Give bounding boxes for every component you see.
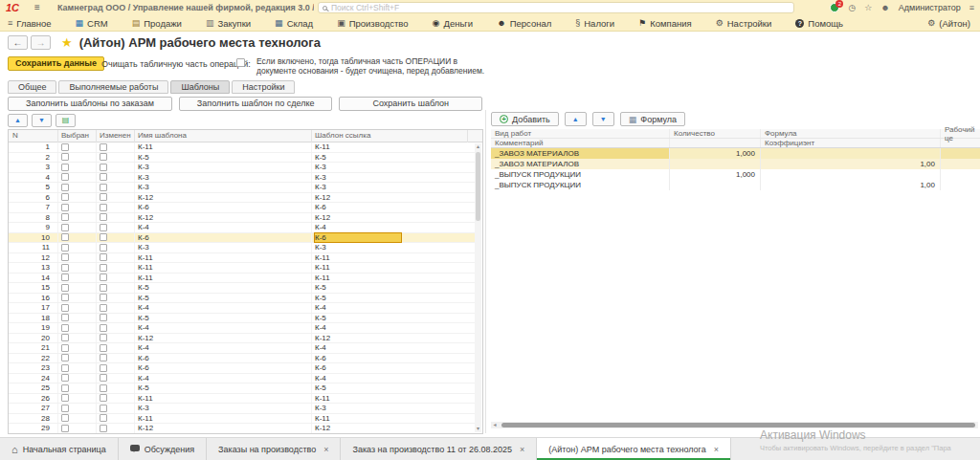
panel-splitter[interactable] — [485, 110, 486, 433]
menu-item[interactable]: ⚙Настройки — [716, 18, 772, 29]
checkbox[interactable] — [61, 244, 69, 252]
vertical-scrollbar[interactable]: ▴ ▾ — [475, 143, 481, 432]
table-row[interactable]: 4К-3К-3 — [9, 173, 475, 184]
checkbox[interactable] — [100, 253, 107, 261]
scroll-left-icon[interactable]: ◂ — [491, 422, 499, 428]
history-icon[interactable]: ◷ — [848, 3, 856, 12]
checkbox[interactable] — [100, 364, 107, 372]
table-row[interactable]: 28К-11К-11 — [9, 414, 475, 425]
checkbox[interactable] — [100, 324, 107, 332]
table-row[interactable]: 15К-5К-5 — [9, 283, 475, 294]
tab-obschee[interactable]: Общее — [8, 80, 56, 94]
checkbox[interactable] — [100, 184, 107, 191]
table-row[interactable]: 23К-6К-6 — [9, 363, 475, 374]
table-row[interactable]: 11К-3К-3 — [9, 243, 475, 253]
checkbox[interactable] — [100, 173, 107, 181]
checkbox[interactable] — [61, 314, 69, 321]
close-icon[interactable]: × — [520, 445, 524, 454]
table-row[interactable]: 26К-11К-11 — [9, 394, 475, 405]
horizontal-scrollbar[interactable]: ◂ — [491, 422, 978, 428]
col-n[interactable]: N — [9, 130, 58, 142]
table-row[interactable]: 22К-6К-6 — [9, 354, 475, 364]
checkbox[interactable] — [100, 344, 107, 352]
row-down-button[interactable]: ▼ — [592, 112, 614, 126]
add-button[interactable]: + Добавить — [491, 112, 559, 126]
search-input[interactable] — [331, 3, 793, 12]
tab-vypolnyaemye-raboty[interactable]: Выполняемые работы — [58, 80, 168, 94]
checkbox[interactable] — [100, 354, 107, 361]
checkbox[interactable] — [61, 224, 69, 231]
table-row[interactable]: 18К-5К-5 — [9, 314, 475, 324]
fill-template-by-deal-button[interactable]: Заполнить шаблон по сделке — [179, 97, 333, 111]
checkbox[interactable] — [61, 264, 69, 272]
checkbox[interactable] — [100, 233, 107, 241]
menu-item[interactable]: ▥Закупки — [206, 18, 251, 29]
checkbox[interactable] — [100, 193, 107, 201]
menu-item[interactable]: §Налоги — [575, 18, 614, 29]
checkbox[interactable] — [100, 394, 107, 402]
checkbox[interactable] — [100, 284, 107, 292]
checkbox[interactable] — [100, 384, 107, 392]
taskbar-tab-home[interactable]: ⌂ Начальная страница — [0, 438, 119, 460]
table-row[interactable]: 17К-4К-4 — [9, 303, 475, 314]
table-row[interactable]: 25К-5К-5 — [9, 383, 475, 394]
checkbox[interactable] — [61, 184, 69, 191]
checkbox[interactable] — [61, 204, 69, 211]
checkbox[interactable] — [100, 204, 107, 211]
checkbox[interactable] — [61, 384, 69, 392]
table-row[interactable]: 29К-12К-12 — [9, 424, 475, 433]
table-row[interactable]: 24К-4К-4 — [9, 374, 475, 384]
taskbar-tab-production-order-11[interactable]: Заказ на производство 11 от 26.08.2025 × — [341, 438, 537, 460]
export-list-button[interactable]: ▤ — [56, 114, 76, 127]
menu-item[interactable]: ▦CRM — [76, 18, 108, 29]
back-button[interactable]: ← — [8, 35, 28, 50]
checkbox[interactable] — [100, 334, 107, 341]
table-row[interactable]: 13К-11К-11 — [9, 263, 475, 274]
favorites-icon[interactable]: ☆ — [864, 3, 872, 12]
menu-item-ayton[interactable]: ⚙ (Айтон) — [927, 18, 970, 29]
checkbox[interactable] — [61, 143, 69, 151]
table-row[interactable]: 9К-4К-4 — [9, 223, 475, 233]
checkbox[interactable] — [61, 294, 69, 301]
operation-comment-row[interactable]: _ВЫПУСК ПРОДУКЦИИ1,00 — [491, 180, 980, 190]
checkbox[interactable] — [61, 344, 69, 352]
tab-shablony[interactable]: Шаблоны — [170, 80, 230, 94]
checkbox[interactable] — [100, 414, 107, 422]
checkbox[interactable] — [61, 173, 69, 181]
table-row[interactable]: 20К-12К-12 — [9, 334, 475, 344]
save-data-button[interactable]: Сохранить данные — [8, 56, 104, 71]
clear-operations-checkbox[interactable] — [236, 58, 245, 67]
forward-button[interactable]: → — [31, 35, 51, 50]
checkbox[interactable] — [100, 264, 107, 272]
checkbox[interactable] — [61, 405, 69, 412]
col-changed[interactable]: Изменен — [97, 130, 135, 142]
fill-templates-by-orders-button[interactable]: Заполнить шаблоны по заказам — [8, 97, 172, 111]
operation-comment-row[interactable]: _ЗАВОЗ МАТЕРИАЛОВ1,00 — [491, 159, 980, 169]
checkbox[interactable] — [61, 253, 69, 261]
checkbox[interactable] — [61, 233, 69, 241]
checkbox[interactable] — [100, 244, 107, 252]
taskbar-tab-production-orders[interactable]: Заказы на производство × — [207, 438, 341, 460]
table-row[interactable]: 7К-6К-6 — [9, 203, 475, 213]
service-menu-icon[interactable]: ≡ — [969, 3, 974, 12]
checkbox[interactable] — [61, 334, 69, 341]
menu-item[interactable]: ▤Продажи — [132, 18, 182, 29]
table-row[interactable]: 12К-11К-11 — [9, 253, 475, 264]
row-up-button[interactable]: ▲ — [565, 112, 587, 126]
checkbox[interactable] — [100, 143, 107, 151]
checkbox[interactable] — [61, 274, 69, 281]
taskbar-tab-discussions[interactable]: Обсуждения — [119, 438, 207, 460]
global-search[interactable] — [318, 2, 794, 13]
checkbox[interactable] — [100, 294, 107, 301]
save-template-button[interactable]: Сохранить шаблон — [339, 97, 482, 111]
checkbox[interactable] — [61, 374, 69, 382]
col-template-ref[interactable]: Шаблон ссылка — [312, 130, 468, 142]
menu-item[interactable]: ⚑Компания — [638, 18, 692, 29]
checkbox[interactable] — [61, 354, 69, 361]
col-comment[interactable]: Комментарий — [491, 139, 670, 147]
col-coefficient[interactable]: Коэффициэнт — [761, 139, 941, 147]
move-up-button[interactable]: ▲ — [8, 114, 28, 127]
col-work-center[interactable]: Рабочий це — [941, 129, 980, 138]
checkbox[interactable] — [100, 374, 107, 382]
menu-item[interactable]: ▣Производство — [337, 18, 408, 29]
